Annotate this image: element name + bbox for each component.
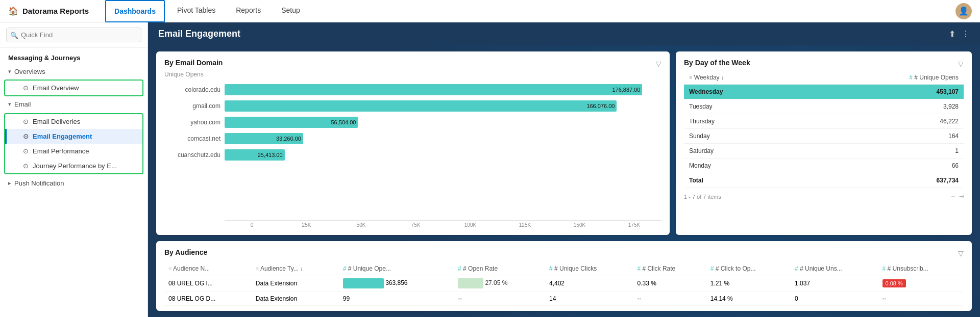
axis-tick: 25K — [279, 220, 334, 228]
search-box: 🔍 — [0, 22, 148, 48]
audience-col-header: # # Unique Ope... — [339, 262, 454, 275]
journey-icon: ⊙ — [23, 162, 29, 170]
pagination-controls[interactable]: ↔ ⇥ — [950, 193, 964, 200]
audience-col-header: # # Open Rate — [454, 262, 545, 275]
col-weekday-header: ≡ Weekday ↓ — [684, 71, 804, 85]
col-unique-opens-header: # # Unique Opens — [804, 71, 964, 85]
email-domain-subtitle: Unique Opens — [164, 71, 662, 78]
bar-wrapper: 56,504.00 — [225, 117, 662, 128]
unsub-badge: 0.08 % — [883, 279, 906, 287]
brand-name: Datorama Reports — [22, 7, 89, 15]
open-rate-bar — [458, 278, 483, 288]
audience-filter-icon[interactable]: ▽ — [958, 249, 964, 257]
axis-tick: 0 — [225, 220, 279, 228]
audience-table: ≡ Audience N...≡ Audience Ty... ↓# # Uni… — [164, 262, 964, 306]
sidebar: 🔍 Messaging & Journeys ▾ Overviews ⊙ Ema… — [0, 22, 148, 317]
header-actions: ⬆ ⋮ — [949, 29, 970, 39]
sidebar-group-email[interactable]: ▾ Email — [0, 97, 148, 111]
unique-opens-cell: 637,734 — [804, 173, 964, 188]
bar-wrapper: 33,260.00 — [225, 133, 662, 144]
home-icon[interactable]: 🏠 — [8, 6, 18, 16]
unique-opens-cell: 66 — [804, 158, 964, 173]
day-of-week-table: ≡ Weekday ↓ # # Unique Opens — [684, 71, 964, 188]
axis-tick: 100K — [443, 220, 498, 228]
sidebar-group-push-label: Push Notification — [14, 179, 64, 187]
bar-value: 166,076.00 — [586, 103, 615, 109]
content-header: Email Engagement ⬆ ⋮ — [148, 22, 980, 45]
sidebar-item-email-performance-label: Email Performance — [33, 147, 89, 155]
deliveries-icon: ⊙ — [23, 118, 29, 125]
email-domain-filter-icon[interactable]: ▽ — [656, 60, 662, 68]
audience-col-header: # # Click to Op... — [706, 262, 791, 275]
next-page-icon[interactable]: ⇥ — [959, 193, 964, 200]
bar-wrapper: 25,413.00 — [225, 149, 662, 161]
bar-fill: 33,260.00 — [225, 133, 303, 144]
sidebar-group-overviews[interactable]: ▾ Overviews — [0, 65, 148, 78]
bar-fill: 56,504.00 — [225, 117, 358, 128]
top-cards-row: By Email Domain ▽ Unique Opens colorado.… — [156, 51, 972, 235]
opens-bar — [343, 278, 384, 288]
chevron-down-icon-email: ▾ — [8, 101, 11, 108]
unique-opens-cell: 164 — [804, 129, 964, 144]
prev-page-icon[interactable]: ↔ — [950, 193, 956, 200]
page-title: Email Engagement — [158, 29, 240, 39]
unsub-rate-cell: 0.08 % — [878, 275, 964, 292]
nav-pivot-tables[interactable]: Pivot Tables — [169, 0, 224, 22]
audience-type-cell: Data Extension — [252, 275, 339, 292]
weekday-cell: Tuesday — [684, 99, 804, 114]
table-row: Thursday 46,222 — [684, 114, 964, 129]
sidebar-item-email-engagement[interactable]: ⊙ Email Engagement — [5, 129, 142, 144]
by-day-of-week-card: By Day of the Week ▽ ≡ Weekday ↓ — [676, 51, 972, 235]
axis-tick: 150K — [552, 220, 607, 228]
email-domain-title: By Email Domain — [164, 59, 223, 67]
audience-type-cell: Data Extension — [252, 292, 339, 306]
user-avatar[interactable]: 👤 — [955, 3, 972, 19]
click-rate-cell: 0.33 % — [633, 275, 706, 292]
search-input[interactable] — [6, 28, 141, 42]
click-to-open-cell: 1.21 % — [706, 275, 791, 292]
audience-title: By Audience — [164, 248, 207, 256]
bar-axis: 025K50K75K100K125K150K175K — [164, 220, 662, 228]
by-audience-card: By Audience ▽ ≡ Audience N...≡ Audience … — [156, 241, 972, 311]
brand-logo: 🏠 Datorama Reports — [8, 6, 89, 16]
bar-label: comcast.net — [164, 135, 220, 142]
sidebar-group-email-box: ⊙ Email Deliveries ⊙ Email Engagement ⊙ … — [4, 113, 143, 174]
day-of-week-title: By Day of the Week — [684, 59, 750, 67]
by-email-domain-card: By Email Domain ▽ Unique Opens colorado.… — [156, 51, 670, 235]
pagination-text: 1 - 7 of 7 items — [684, 194, 721, 200]
sidebar-group-email-label: Email — [14, 100, 31, 108]
sidebar-group-push[interactable]: ▸ Push Notification — [0, 176, 148, 190]
upload-icon[interactable]: ⬆ — [949, 29, 955, 39]
sidebar-item-journey-performance[interactable]: ⊙ Journey Performance by E... — [5, 158, 142, 173]
unique-opens-cell: 46,222 — [804, 114, 964, 129]
audience-col-header: ≡ Audience N... — [164, 262, 252, 275]
nav-setup[interactable]: Setup — [273, 0, 308, 22]
audience-name-cell: 08 UREL OG I... — [164, 275, 252, 292]
sidebar-item-email-deliveries[interactable]: ⊙ Email Deliveries — [5, 114, 142, 129]
table-row: Saturday 1 — [684, 144, 964, 158]
nav-dashboards[interactable]: Dashboards — [105, 0, 165, 22]
sidebar-item-email-overview-label: Email Overview — [33, 84, 79, 92]
weekday-cell: Monday — [684, 158, 804, 173]
click-rate-cell: -- — [633, 292, 706, 306]
content-body: By Email Domain ▽ Unique Opens colorado.… — [148, 45, 980, 317]
sidebar-item-email-engagement-label: Email Engagement — [33, 133, 92, 140]
bar-row: comcast.net 33,260.00 — [164, 133, 662, 144]
nav-reports[interactable]: Reports — [228, 0, 269, 22]
unique-opens-cell: 363,856 — [339, 275, 454, 292]
bar-label: yahoo.com — [164, 119, 220, 126]
table-row: Total 637,734 — [684, 173, 964, 188]
sidebar-item-email-performance[interactable]: ⊙ Email Performance — [5, 144, 142, 158]
sidebar-group-overviews-label: Overviews — [14, 68, 45, 75]
bar-label: cuanschutz.edu — [164, 151, 220, 158]
unique-unsubs-cell: 0 — [791, 292, 878, 306]
bar-row: yahoo.com 56,504.00 — [164, 117, 662, 128]
sidebar-item-email-overview[interactable]: ⊙ Email Overview — [5, 81, 142, 95]
table-row: Monday 66 — [684, 158, 964, 173]
day-of-week-filter-icon[interactable]: ▽ — [958, 60, 964, 68]
sidebar-item-email-deliveries-label: Email Deliveries — [33, 118, 80, 125]
overview-icon: ⊙ — [23, 84, 29, 92]
more-icon[interactable]: ⋮ — [962, 29, 970, 39]
bar-label: gmail.com — [164, 102, 220, 110]
audience-col-header: # # Click Rate — [633, 262, 706, 275]
